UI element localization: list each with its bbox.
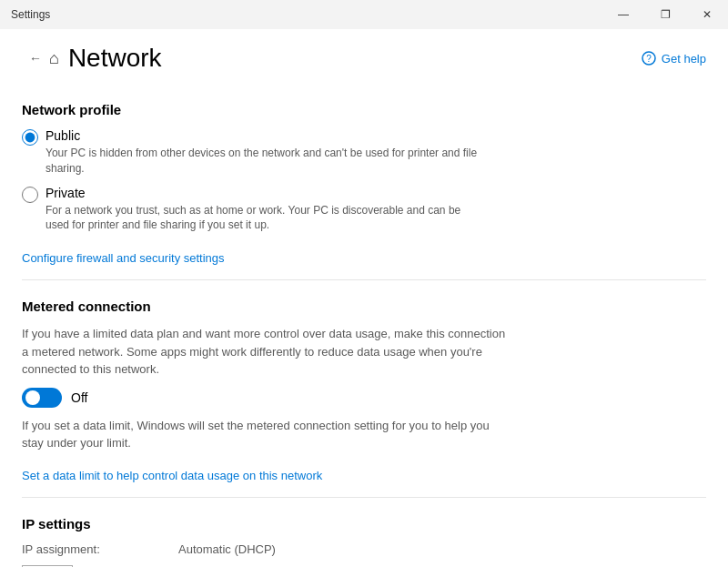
- firewall-settings-link[interactable]: Configure firewall and security settings: [22, 251, 225, 265]
- help-icon: ?: [642, 51, 656, 66]
- private-description: For a network you trust, such as at home…: [46, 203, 482, 234]
- ip-settings-title: IP settings: [22, 516, 706, 532]
- private-label: Private: [46, 186, 482, 200]
- divider-2: [22, 497, 706, 498]
- public-radio-content: Public Your PC is hidden from other devi…: [46, 128, 482, 177]
- private-radio-item: Private For a network you trust, such as…: [22, 186, 706, 234]
- close-button[interactable]: ✕: [686, 0, 728, 29]
- network-profile-radio-group: Public Your PC is hidden from other devi…: [22, 128, 706, 233]
- toggle-row: Off: [22, 388, 706, 408]
- ip-assignment-row: IP assignment: Automatic (DHCP): [22, 542, 706, 556]
- private-radio[interactable]: [22, 187, 38, 203]
- public-radio-item: Public Your PC is hidden from other devi…: [22, 128, 706, 177]
- home-icon: ⌂: [49, 49, 59, 68]
- svg-text:?: ?: [646, 54, 652, 64]
- data-limit-link[interactable]: Set a data limit to help control data us…: [22, 469, 322, 482]
- title-bar: Settings — ❐ ✕: [0, 0, 728, 29]
- metered-connection-desc2: If you set a data limit, Windows will se…: [22, 417, 513, 452]
- network-profile-section: Network profile Public Your PC is hidden…: [22, 102, 706, 265]
- public-radio[interactable]: [22, 129, 38, 146]
- window-title: Settings: [11, 8, 50, 21]
- ip-assignment-value: Automatic (DHCP): [178, 542, 706, 556]
- network-profile-title: Network profile: [22, 102, 706, 117]
- toggle-track: [22, 388, 62, 408]
- settings-window: Settings — ❐ ✕ ← ⌂ Network ? Get help: [0, 0, 728, 567]
- toggle-thumb: [25, 390, 40, 405]
- divider-1: [22, 279, 706, 280]
- metered-connection-title: Metered connection: [22, 299, 706, 314]
- ip-assignment-label: IP assignment:: [22, 542, 167, 556]
- public-label: Public: [46, 128, 482, 143]
- public-description: Your PC is hidden from other devices on …: [46, 146, 482, 177]
- private-radio-content: Private For a network you trust, such as…: [46, 186, 482, 234]
- title-bar-controls: — ❐ ✕: [602, 0, 728, 29]
- title-bar-left: Settings: [11, 8, 50, 21]
- metered-connection-desc1: If you have a limited data plan and want…: [22, 325, 513, 379]
- metered-toggle[interactable]: [22, 388, 62, 408]
- maximize-button[interactable]: ❐: [644, 0, 686, 29]
- page-title: Network: [68, 44, 162, 73]
- get-help-link[interactable]: ? Get help: [642, 51, 706, 66]
- minimize-button[interactable]: —: [602, 0, 644, 29]
- main-scroll-area: ← ⌂ Network ? Get help Network profile: [0, 29, 728, 567]
- content-area: ← ⌂ Network ? Get help Network profile: [0, 29, 728, 567]
- toggle-state-label: Off: [71, 390, 87, 405]
- back-button[interactable]: ←: [22, 45, 49, 72]
- ip-settings-section: IP settings IP assignment: Automatic (DH…: [22, 516, 706, 567]
- metered-connection-section: Metered connection If you have a limited…: [22, 299, 706, 482]
- page-header: ← ⌂ Network ? Get help: [22, 29, 706, 84]
